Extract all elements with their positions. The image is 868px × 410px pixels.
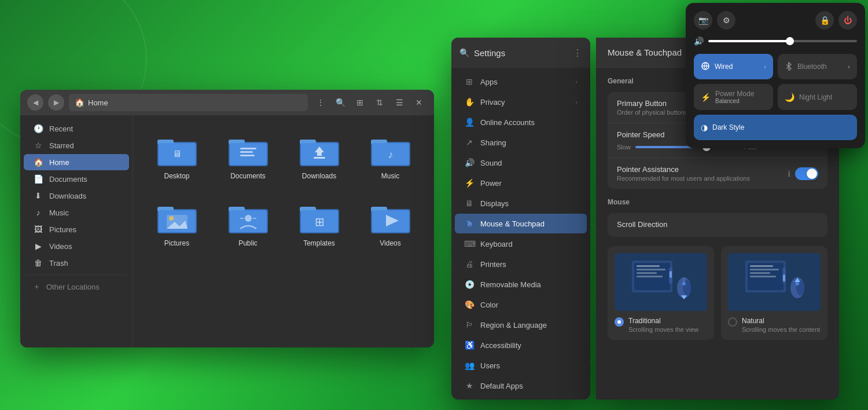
search-button[interactable]: 🔍 — [332, 94, 348, 111]
sidebar-item-music[interactable]: ♪ Music — [24, 204, 129, 221]
settings-item-online-accounts-label: Online Accounts — [480, 118, 535, 127]
folder-documents[interactable]: Documents — [216, 127, 280, 187]
list-view-button[interactable]: ☰ — [391, 94, 407, 111]
settings-item-region-language[interactable]: 🏳 Region & Language — [455, 315, 587, 335]
settings-item-sharing-label: Sharing — [480, 138, 506, 147]
lock-button[interactable]: 🔒 — [815, 11, 834, 30]
online-accounts-icon: 👤 — [464, 118, 475, 127]
sidebar-item-home[interactable]: 🏠 Home — [24, 154, 129, 170]
settings-item-online-accounts[interactable]: 👤 Online Accounts — [455, 112, 587, 132]
qs-right-icons: 🔒 ⏻ — [815, 11, 857, 30]
screenshot-button[interactable]: 📷 — [694, 11, 712, 30]
folder-downloads[interactable]: Downloads — [287, 127, 351, 187]
scroll-natural[interactable]: Natural Scrolling moves the content — [721, 246, 827, 340]
power-mode-tile-text: Power Mode Balanced — [715, 90, 766, 104]
pointer-assistance-controls: ℹ — [788, 167, 818, 180]
sidebar-item-downloads[interactable]: ⬇ Downloads — [24, 188, 129, 204]
qs-tile-power-mode[interactable]: ⚡ Power Mode Balanced — [694, 84, 773, 110]
folder-templates[interactable]: ⊞ Templates — [287, 194, 351, 254]
wired-icon — [701, 61, 710, 72]
view-toggle-button[interactable]: ⊞ — [352, 94, 368, 111]
bluetooth-icon — [785, 61, 793, 72]
pointer-assistance-toggle[interactable] — [795, 167, 818, 180]
settings-item-removable-media[interactable]: 💿 Removable Media — [455, 274, 587, 294]
folder-grid: 🖥 Desktop Documents — [145, 127, 422, 254]
sidebar-item-pictures[interactable]: 🖼 Pictures — [24, 221, 129, 237]
qs-tile-night-light[interactable]: 🌙 Night Light — [778, 84, 857, 110]
power-button[interactable]: ⏻ — [838, 11, 857, 30]
removable-media-icon: 💿 — [464, 280, 475, 289]
privacy-arrow: › — [575, 98, 578, 105]
keyboard-icon: ⌨ — [464, 239, 475, 248]
settings-item-sharing[interactable]: ↗ Sharing — [455, 133, 587, 152]
folder-music-label: Music — [381, 172, 399, 180]
settings-item-keyboard[interactable]: ⌨ Keyboard — [455, 234, 587, 254]
users-icon: 👥 — [464, 361, 475, 370]
folder-videos[interactable]: Videos — [358, 194, 422, 254]
scroll-traditional[interactable]: Traditional Scrolling moves the view — [608, 246, 714, 340]
settings-item-privacy[interactable]: ✋ Privacy › — [455, 92, 587, 112]
folder-public-icon — [227, 201, 269, 236]
folder-music[interactable]: ♪ Music — [358, 127, 422, 187]
natural-radio-dot — [728, 317, 737, 327]
scroll-natural-text: Natural Scrolling moves the content — [742, 317, 820, 333]
folder-desktop-icon: 🖥 — [156, 134, 198, 169]
power-mode-label: Power Mode — [715, 90, 766, 98]
folder-public[interactable]: Public — [216, 194, 280, 254]
dark-style-icon: ◑ — [701, 123, 708, 132]
svg-rect-57 — [750, 276, 776, 277]
settings-item-displays[interactable]: 🖥 Displays — [455, 193, 587, 213]
settings-item-power[interactable]: ⚡ Power — [455, 173, 587, 193]
forward-button[interactable]: ▶ — [48, 94, 64, 111]
folder-desktop[interactable]: 🖥 Desktop — [145, 127, 209, 187]
back-button[interactable]: ◀ — [27, 94, 43, 111]
sidebar-item-recent[interactable]: 🕐 Recent — [24, 120, 129, 137]
color-icon: 🎨 — [464, 300, 475, 309]
qs-tile-bluetooth[interactable]: Bluetooth › — [778, 54, 857, 79]
settings-item-users-label: Users — [480, 361, 500, 370]
qs-tile-dark-style[interactable]: ◑ Dark Style — [694, 115, 857, 140]
settings-item-sound[interactable]: 🔊 Sound — [455, 153, 587, 173]
settings-item-default-apps-label: Default Apps — [480, 382, 523, 390]
sidebar-item-trash-label: Trash — [49, 259, 68, 268]
settings-item-printers[interactable]: 🖨 Printers — [455, 254, 587, 274]
folder-pictures[interactable]: Pictures — [145, 194, 209, 254]
accessibility-icon: ♿ — [464, 341, 475, 350]
settings-button[interactable]: ⚙ — [717, 11, 735, 30]
qs-tiles-grid: Wired › Bluetooth › ⚡ — [694, 54, 857, 140]
power-mode-icon: ⚡ — [701, 93, 711, 102]
svg-text:♪: ♪ — [388, 149, 393, 160]
natural-scroll-diagram — [740, 256, 809, 308]
info-icon[interactable]: ℹ — [788, 169, 790, 178]
settings-item-color[interactable]: 🎨 Color — [455, 295, 587, 314]
dark-style-tile-text: Dark Style — [712, 123, 850, 131]
more-options-button[interactable]: ⋮ — [312, 94, 329, 111]
settings-item-apps[interactable]: ⊞ Apps › — [455, 72, 587, 91]
settings-item-users[interactable]: 👥 Users — [455, 356, 587, 375]
settings-item-default-apps[interactable]: ★ Default Apps — [455, 376, 587, 396]
svg-rect-56 — [750, 272, 770, 274]
svg-point-28 — [245, 215, 252, 222]
sidebar-item-videos[interactable]: ▶ Videos — [24, 238, 129, 254]
settings-menu-button[interactable]: ⋮ — [573, 47, 582, 58]
sidebar-item-documents[interactable]: 📄 Documents — [24, 171, 129, 187]
apps-arrow: › — [575, 78, 578, 85]
sidebar-item-trash[interactable]: 🗑 Trash — [24, 255, 129, 271]
settings-item-apps-label: Apps — [480, 78, 498, 86]
slider-slow-label: Slow — [617, 144, 631, 151]
sort-button[interactable]: ⇅ — [372, 94, 388, 111]
downloads-icon: ⬇ — [33, 191, 43, 200]
qs-tile-wired[interactable]: Wired › — [694, 54, 773, 79]
settings-title: Settings — [474, 48, 568, 58]
volume-slider[interactable] — [708, 40, 857, 42]
close-button[interactable]: ✕ — [411, 94, 427, 111]
svg-text:⊞: ⊞ — [314, 215, 324, 228]
settings-item-accessibility[interactable]: ♿ Accessibility — [455, 335, 587, 355]
bluetooth-arrow: › — [848, 63, 850, 70]
settings-item-mouse-touchpad[interactable]: 🖱 Mouse & Touchpad — [455, 214, 587, 233]
scroll-traditional-img — [615, 253, 707, 311]
folder-desktop-label: Desktop — [164, 172, 189, 180]
sidebar-add-location[interactable]: ＋ Other Locations — [24, 279, 129, 295]
sidebar-item-starred[interactable]: ☆ Starred — [24, 137, 129, 153]
mouse-panel-title: Mouse & Touchpad — [608, 47, 682, 57]
